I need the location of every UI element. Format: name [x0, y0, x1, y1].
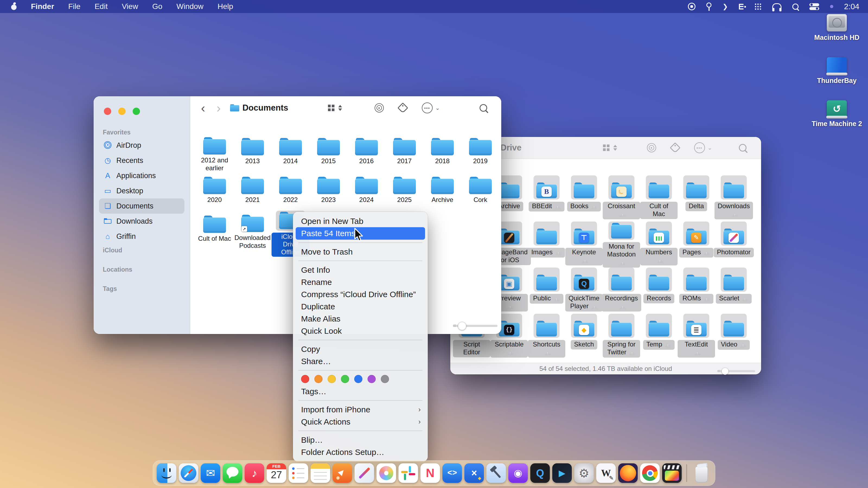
- minimize-button[interactable]: [118, 108, 126, 115]
- folder-item-2023[interactable]: 2023: [310, 172, 347, 210]
- tag-icon[interactable]: [397, 102, 408, 113]
- folder-item-2012-and-earlier[interactable]: 2012 and earlier: [195, 133, 234, 172]
- menu-view[interactable]: View: [122, 2, 138, 11]
- folder-item-cult-of-mac[interactable]: Cult of Mac: [195, 210, 234, 250]
- dock-firefox-icon[interactable]: [618, 463, 638, 483]
- icon-size-slider[interactable]: [717, 370, 755, 372]
- folder-item-keynote[interactable]: ⊤Keynote☁: [565, 222, 603, 268]
- folder-item-2014[interactable]: 2014: [272, 133, 310, 172]
- tag-icon[interactable]: [670, 142, 681, 153]
- control-center-icon[interactable]: [809, 3, 819, 10]
- folder-item-2021[interactable]: 2021: [234, 172, 272, 210]
- folder-item-bbedit[interactable]: BBBEdit☁: [528, 175, 565, 222]
- menu-item-rename[interactable]: Rename: [293, 276, 428, 288]
- folder-item-video[interactable]: Video☁: [715, 314, 752, 360]
- menu-item-move-to-trash[interactable]: Move to Trash: [293, 246, 428, 258]
- view-updown-icon[interactable]: [613, 145, 617, 151]
- tag-color-dot[interactable]: [354, 375, 362, 383]
- dock-blue-utility-icon[interactable]: ×: [464, 463, 484, 483]
- folder-item-scarlet[interactable]: Scarlet☁: [715, 268, 752, 314]
- headphones-icon[interactable]: [772, 3, 781, 10]
- view-updown-icon[interactable]: [338, 105, 342, 111]
- dock-reminders-icon[interactable]: [289, 463, 308, 483]
- folder-item-2016[interactable]: 2016: [347, 133, 385, 172]
- menu-item-import-from-iphone[interactable]: Import from iPhone›: [293, 403, 428, 416]
- drive-macintosh-hd[interactable]: Macintosh HD: [814, 14, 860, 41]
- dock-notes-icon[interactable]: [311, 463, 330, 483]
- folder-item-mona-for-mastodon[interactable]: Mona for Mastodon☁: [603, 222, 640, 268]
- folder-item-shortcuts[interactable]: Shortcuts☁: [528, 314, 565, 360]
- folder-item-textedit[interactable]: ≣TextEdit☁: [678, 314, 715, 360]
- search-icon[interactable]: [739, 144, 746, 152]
- bartender-icon[interactable]: [739, 4, 744, 9]
- slider-knob[interactable]: [458, 322, 466, 330]
- folder-item-photomator[interactable]: Photomator: [715, 222, 752, 268]
- folder-item-cult-of-mac[interactable]: Cult of Mac: [640, 175, 678, 222]
- drive-time-machine-2[interactable]: ↺Time Machine 2: [814, 100, 860, 128]
- tag-color-dot[interactable]: [314, 375, 322, 383]
- menu-help[interactable]: Help: [218, 2, 233, 11]
- tag-color-dot[interactable]: [301, 375, 309, 383]
- dock-music-icon[interactable]: ♪: [245, 463, 264, 483]
- menu-item-quick-actions[interactable]: Quick Actions›: [293, 416, 428, 428]
- folder-item-2019[interactable]: 2019: [461, 133, 499, 172]
- tag-color-dot[interactable]: [341, 375, 349, 383]
- dock-code-editor-icon[interactable]: <>: [442, 463, 462, 483]
- password-key-icon[interactable]: [706, 2, 712, 8]
- folder-item-records[interactable]: Records: [640, 268, 678, 314]
- grid-view-icon[interactable]: [603, 144, 606, 147]
- drive-thunderbay[interactable]: ThunderBay: [814, 57, 860, 85]
- icon-size-slider[interactable]: [453, 325, 497, 327]
- forward-button[interactable]: ›: [216, 102, 220, 114]
- folder-item-books[interactable]: Books☁: [565, 175, 603, 222]
- folder-item-numbers[interactable]: Numbers☁: [640, 222, 678, 268]
- menu-item-folder-actions-setup[interactable]: Folder Actions Setup…: [293, 446, 428, 458]
- sidebar-item-documents[interactable]: ❏Documents: [99, 198, 184, 214]
- folder-item-sketch[interactable]: ◆Sketch: [565, 314, 603, 360]
- folder-item-2018[interactable]: 2018: [424, 133, 461, 172]
- dock-writing-app-icon[interactable]: W: [596, 463, 616, 483]
- slider-knob[interactable]: [721, 368, 728, 375]
- sidebar-item-recents[interactable]: ◷Recents: [99, 153, 184, 168]
- menu-go[interactable]: Go: [152, 2, 162, 11]
- dock-final-cut-pro-icon[interactable]: [662, 463, 682, 483]
- close-button[interactable]: [104, 108, 111, 115]
- folder-item-roms[interactable]: ROMs☁: [678, 268, 715, 314]
- folder-item-recordings[interactable]: Recordings☁: [603, 268, 640, 314]
- menu-item-copy[interactable]: Copy: [293, 343, 428, 355]
- search-icon[interactable]: [479, 104, 487, 112]
- folder-item-temp[interactable]: Temp☁: [640, 314, 678, 360]
- folder-item-2017[interactable]: 2017: [385, 133, 424, 172]
- menu-item-duplicate[interactable]: Duplicate: [293, 300, 428, 313]
- folder-item-2020[interactable]: 2020: [195, 172, 234, 210]
- folder-item-2022[interactable]: 2022: [272, 172, 310, 210]
- dock-system-settings-icon[interactable]: ⚙: [574, 463, 594, 483]
- folder-item-archive[interactable]: Archive: [424, 172, 461, 210]
- shell-chevron-icon[interactable]: ❯: [722, 3, 728, 10]
- screen-record-icon[interactable]: [688, 3, 695, 10]
- menu-finder[interactable]: Finder: [31, 2, 54, 11]
- folder-item-downloads[interactable]: Downloads☁: [715, 175, 752, 222]
- dock-mail-icon[interactable]: ✉: [201, 463, 220, 483]
- menu-item-tags[interactable]: Tags…: [293, 385, 428, 397]
- dock-podcasts-icon[interactable]: ◉: [508, 463, 528, 483]
- keyboard-dots-icon[interactable]: [754, 3, 762, 10]
- tag-color-dot[interactable]: [381, 375, 389, 383]
- folder-item-public[interactable]: Public☁: [528, 268, 565, 314]
- folder-item-2013[interactable]: 2013: [234, 133, 272, 172]
- menu-item-open-in-new-tab[interactable]: Open in New Tab: [293, 215, 428, 227]
- folder-item-pages[interactable]: ✎Pages☁: [678, 222, 715, 268]
- apple-menu-icon[interactable]: [11, 3, 17, 10]
- menu-item-make-alias[interactable]: Make Alias: [293, 313, 428, 325]
- folder-item-2024[interactable]: 2024: [347, 172, 385, 210]
- airdrop-icon[interactable]: [647, 143, 656, 152]
- more-actions-button[interactable]: ••• ⌄: [422, 102, 440, 113]
- dock-photos-icon[interactable]: [376, 463, 396, 483]
- menu-item-blip[interactable]: Blip…: [293, 434, 428, 446]
- view-control[interactable]: [603, 145, 617, 151]
- more-actions-button[interactable]: ••• ⌄: [694, 142, 712, 153]
- folder-item-delta[interactable]: Delta: [678, 175, 715, 222]
- dock-news-icon[interactable]: N: [421, 463, 440, 483]
- dock-safari-icon[interactable]: [179, 463, 198, 483]
- airdrop-icon[interactable]: [375, 103, 384, 112]
